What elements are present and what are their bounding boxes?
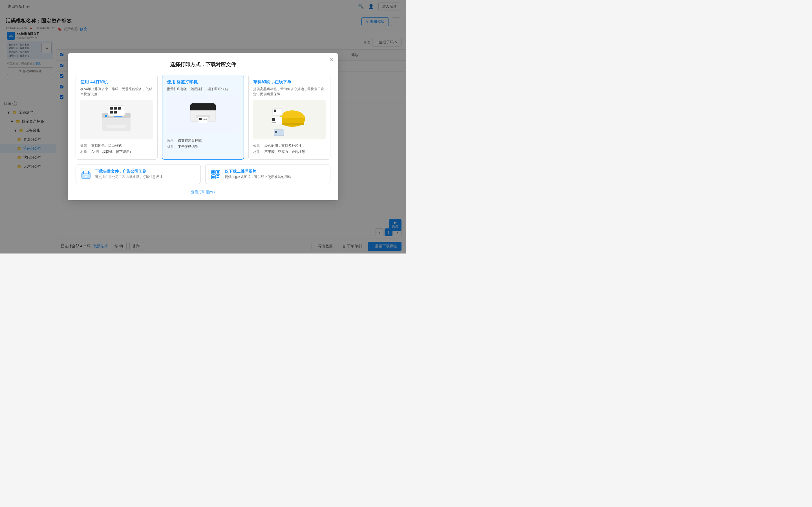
svg-rect-42 [212,176,214,178]
svg-rect-8 [110,107,113,110]
card-label-title: 使用 标签打印机 [167,79,239,85]
modal-card-label[interactable]: 使用 标签打印机 批量打印标签，随用随打，撕下即可张贴 [162,75,244,160]
card-a4-material-value: A4纸、模切纸（撕下即用） [91,150,133,154]
svg-rect-30 [275,131,277,133]
vector-card-desc: 可交由广告公司二次排版处理，打印任意尺寸 [95,175,163,179]
svg-rect-34 [85,176,87,177]
card-a4-effect-value: 支持彩色、黑白样式 [91,144,122,148]
modal-bottom-card-qr[interactable]: 仅下载二维码图片 提供png格式图片，可供线上使用或其他用途 [205,164,331,184]
card-offline-material-value: 不干胶、亚克力、金属板等 [264,150,305,154]
card-a4-title: 使用 A4打印机 [80,79,153,85]
modal-bottom-card-vector[interactable]: 下载矢量文件，广告公司印刷 可交由广告公司二次排版处理，打印任意尺寸 [75,164,201,184]
vector-card-content: 下载矢量文件，广告公司印刷 可交由广告公司二次排版处理，打印任意尺寸 [95,169,163,179]
card-a4-desc: 在A4纸上排列多个二维码，无需采购设备，低成本快速试验 [80,87,153,97]
qr-card-content: 仅下载二维码图片 提供png格式图片，可供线上使用或其他用途 [225,169,291,179]
svg-rect-32 [84,171,89,174]
svg-rect-46 [218,177,219,178]
qr-card-desc: 提供png格式图片，可供线上使用或其他用途 [225,175,291,179]
svg-point-36 [89,173,90,175]
modal-cards: 使用 A4打印机 在A4纸上排列多个二维码，无需采购设备，低成本快速试验 [75,75,331,160]
svg-rect-28 [274,110,276,112]
card-a4-image [80,100,153,139]
card-offline-meta: 效果 经久耐用，支持多种尺寸 材质 不干胶、亚克力、金属板等 [253,143,326,155]
card-offline-effect: 效果 经久耐用，支持多种尺寸 [253,143,326,149]
svg-rect-44 [218,175,219,176]
vector-card-title: 下载矢量文件，广告公司印刷 [95,169,163,174]
card-a4-meta: 效果 支持彩色、黑白样式 材质 A4纸、模切纸（撕下即用） [80,143,153,155]
svg-point-5 [105,115,107,117]
card-label-material-value: 不干胶贴纸卷 [178,145,198,149]
svg-point-35 [82,173,84,175]
offline-print-svg: Label [270,103,309,136]
svg-rect-10 [118,107,121,110]
card-offline-desc: 提供高品质标签，帮助你省心落地，最快当日发货，提供质量保障 [253,87,326,97]
qr-card-title: 仅下载二维码图片 [225,169,291,174]
qr-download-icon [210,168,221,180]
card-label-desc: 批量打印标签，随用随打，撕下即可张贴 [167,87,239,92]
svg-rect-43 [216,175,218,176]
modal-close-button[interactable]: ✕ [329,57,334,62]
card-a4-effect: 效果 支持彩色、黑白样式 [80,143,153,149]
svg-rect-12 [114,111,117,114]
svg-text:TEXT: TEXT [203,120,206,121]
modal-bottom-row: 下载矢量文件，广告公司印刷 可交由广告公司二次排版处理，打印任意尺寸 [75,164,331,184]
card-label-meta: 效果 仅支持黑白样式 材质 不干胶贴纸卷 [167,138,239,150]
print-guide-link[interactable]: 查看打印指南 › [75,188,331,194]
vector-print-icon [80,168,92,180]
modal-card-offline[interactable]: 草料印刷，在线下单 提供高品质标签，帮助你省心落地，最快当日发货，提供质量保障 … [248,75,331,160]
card-offline-material: 材质 不干胶、亚克力、金属板等 [253,149,326,155]
svg-rect-23 [281,123,304,125]
svg-rect-2 [107,125,126,128]
print-method-modal: ✕ 选择打印方式，下载对应文件 使用 A4打印机 在A4纸上排列多个二维码，无需… [68,53,338,200]
modal-overlay: ✕ 选择打印方式，下载对应文件 使用 A4打印机 在A4纸上排列多个二维码，无需… [0,0,406,253]
modal-title: 选择打印方式，下载对应文件 [75,61,331,68]
card-offline-effect-value: 经久耐用，支持多种尺寸 [264,144,302,148]
svg-rect-27 [273,108,283,115]
label-printer-svg: LABEL TEXT [185,98,221,131]
card-label-image: LABEL TEXT [167,95,239,134]
svg-rect-19 [199,118,202,120]
card-offline-title: 草料印刷，在线下单 [253,79,326,85]
svg-rect-11 [110,111,113,114]
card-offline-image: Label [253,100,326,139]
modal-card-a4[interactable]: 使用 A4打印机 在A4纸上排列多个二维码，无需采购设备，低成本快速试验 [75,75,158,160]
svg-rect-9 [114,107,117,110]
svg-rect-45 [216,177,218,178]
svg-rect-16 [190,107,216,110]
svg-rect-41 [217,171,219,173]
a4-printer-svg [98,103,135,136]
svg-rect-25 [272,118,275,121]
card-label-material: 材质 不干胶贴纸卷 [167,144,239,150]
svg-text:Label: Label [272,122,276,123]
card-a4-material: 材质 A4纸、模切纸（撕下即用） [80,149,153,155]
card-label-effect-value: 仅支持黑白样式 [178,138,202,143]
svg-rect-40 [212,171,214,173]
card-label-effect: 效果 仅支持黑白样式 [167,138,239,144]
